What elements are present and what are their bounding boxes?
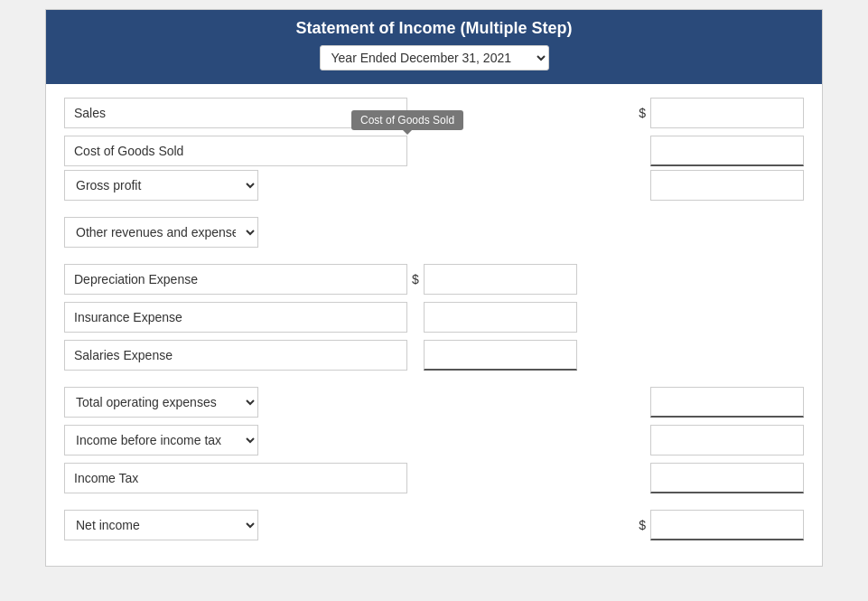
insurance-input[interactable] — [424, 302, 577, 333]
page-title: Statement of Income (Multiple Step) — [64, 19, 804, 38]
cogs-tooltip: Cost of Goods Sold — [351, 110, 463, 130]
year-dropdown[interactable]: Year Ended December 31, 2021 Year Ended … — [320, 45, 549, 70]
salaries-input[interactable] — [424, 340, 577, 371]
cogs-label: Cost of Goods Sold — [64, 136, 407, 166]
income-tax-row: Income Tax — [64, 463, 804, 493]
net-income-input[interactable] — [650, 510, 804, 540]
net-income-dollar-sign: $ — [639, 518, 646, 532]
gross-profit-select[interactable]: Gross profit — [64, 170, 258, 201]
depreciation-input[interactable] — [424, 264, 577, 295]
main-container: Statement of Income (Multiple Step) Year… — [45, 9, 823, 567]
gross-profit-input[interactable] — [650, 170, 804, 201]
depreciation-row: Depreciation Expense $ — [64, 264, 804, 295]
depreciation-dollar-sign: $ — [412, 272, 419, 286]
total-op-exp-right — [650, 387, 804, 418]
net-income-row: Net income $ — [64, 510, 804, 540]
salaries-label: Salaries Expense — [64, 340, 407, 371]
sales-right: $ — [634, 98, 804, 128]
total-op-exp-select[interactable]: Total operating expenses — [64, 387, 258, 418]
depreciation-label: Depreciation Expense — [64, 264, 407, 295]
sales-input[interactable] — [650, 98, 804, 128]
total-op-exp-row: Total operating expenses — [64, 387, 804, 418]
other-rev-select[interactable]: Other revenues and expenses — [64, 217, 258, 248]
net-income-select[interactable]: Net income — [64, 510, 258, 540]
other-rev-row: Other revenues and expenses — [64, 217, 804, 248]
income-before-tax-right — [650, 425, 804, 455]
income-tax-input[interactable] — [650, 463, 804, 493]
cogs-input[interactable] — [650, 136, 804, 166]
insurance-row: Insurance Expense $ — [64, 302, 804, 333]
income-tax-right — [650, 463, 804, 493]
gross-profit-right — [650, 170, 804, 201]
sales-dollar-sign: $ — [639, 106, 646, 120]
gross-profit-row: Gross profit — [64, 170, 804, 201]
net-income-right: $ — [634, 510, 804, 540]
income-before-tax-select[interactable]: Income before income tax — [64, 425, 258, 455]
header: Statement of Income (Multiple Step) Year… — [46, 10, 822, 84]
income-tax-label: Income Tax — [64, 463, 407, 493]
total-op-exp-input[interactable] — [650, 387, 804, 418]
form-body: Sales $ Cost of Goods Sold Cost of Goods… — [46, 84, 822, 566]
cogs-row: Cost of Goods Sold Cost of Goods Sold — [64, 136, 804, 166]
income-before-tax-input[interactable] — [650, 425, 804, 455]
salaries-row: Salaries Expense $ — [64, 340, 804, 371]
income-before-tax-row: Income before income tax — [64, 425, 804, 455]
cogs-right — [650, 136, 804, 166]
insurance-label: Insurance Expense — [64, 302, 407, 333]
